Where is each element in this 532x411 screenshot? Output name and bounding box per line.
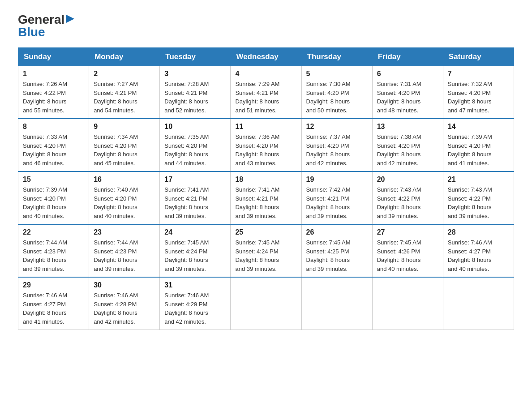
- calendar-table: SundayMondayTuesdayWednesdayThursdayFrid…: [18, 47, 514, 330]
- day-info: Sunrise: 7:46 AMSunset: 4:28 PMDaylight:…: [94, 291, 155, 326]
- day-cell: 22Sunrise: 7:44 AMSunset: 4:23 PMDayligh…: [18, 224, 89, 277]
- page-header: General Blue: [18, 13, 514, 39]
- day-info: Sunrise: 7:35 AMSunset: 4:20 PMDaylight:…: [164, 133, 226, 167]
- day-number: 8: [23, 123, 84, 131]
- day-cell: 19Sunrise: 7:42 AMSunset: 4:21 PMDayligh…: [301, 171, 372, 224]
- day-cell: 26Sunrise: 7:45 AMSunset: 4:25 PMDayligh…: [301, 224, 372, 277]
- day-info: Sunrise: 7:28 AMSunset: 4:21 PMDaylight:…: [164, 80, 226, 115]
- day-cell: 29Sunrise: 7:46 AMSunset: 4:27 PMDayligh…: [18, 277, 89, 330]
- header-cell-saturday: Saturday: [443, 48, 514, 66]
- day-cell: [231, 277, 301, 330]
- day-number: 6: [377, 70, 438, 78]
- day-number: 19: [306, 176, 368, 184]
- day-number: 30: [94, 281, 155, 289]
- day-number: 16: [94, 176, 155, 184]
- day-number: 11: [235, 123, 296, 131]
- day-info: Sunrise: 7:46 AMSunset: 4:27 PMDaylight:…: [23, 291, 84, 326]
- day-number: 12: [306, 123, 368, 131]
- logo-general-text: General: [18, 13, 64, 26]
- week-row-3: 15Sunrise: 7:39 AMSunset: 4:20 PMDayligh…: [18, 171, 514, 224]
- day-cell: 21Sunrise: 7:43 AMSunset: 4:22 PMDayligh…: [443, 171, 514, 224]
- day-info: Sunrise: 7:26 AMSunset: 4:22 PMDaylight:…: [23, 80, 84, 115]
- day-number: 31: [164, 281, 226, 289]
- day-number: 17: [164, 176, 226, 184]
- day-info: Sunrise: 7:44 AMSunset: 4:23 PMDaylight:…: [94, 238, 155, 273]
- day-info: Sunrise: 7:43 AMSunset: 4:22 PMDaylight:…: [448, 185, 509, 220]
- week-row-2: 8Sunrise: 7:33 AMSunset: 4:20 PMDaylight…: [18, 119, 514, 171]
- day-cell: 28Sunrise: 7:46 AMSunset: 4:27 PMDayligh…: [443, 224, 514, 277]
- day-info: Sunrise: 7:38 AMSunset: 4:20 PMDaylight:…: [377, 133, 438, 167]
- day-info: Sunrise: 7:45 AMSunset: 4:24 PMDaylight:…: [235, 238, 296, 273]
- day-number: 21: [448, 176, 509, 184]
- day-cell: 12Sunrise: 7:37 AMSunset: 4:20 PMDayligh…: [301, 119, 372, 171]
- day-info: Sunrise: 7:34 AMSunset: 4:20 PMDaylight:…: [94, 133, 155, 167]
- day-number: 7: [448, 70, 509, 78]
- logo: General Blue: [18, 13, 75, 39]
- day-info: Sunrise: 7:46 AMSunset: 4:29 PMDaylight:…: [164, 291, 226, 326]
- day-info: Sunrise: 7:41 AMSunset: 4:21 PMDaylight:…: [235, 185, 296, 220]
- day-info: Sunrise: 7:43 AMSunset: 4:22 PMDaylight:…: [377, 185, 438, 220]
- day-number: 10: [164, 123, 226, 131]
- day-cell: [443, 277, 514, 330]
- day-info: Sunrise: 7:33 AMSunset: 4:20 PMDaylight:…: [23, 133, 84, 167]
- day-number: 4: [235, 70, 296, 78]
- day-number: 26: [306, 228, 368, 236]
- day-number: 18: [235, 176, 296, 184]
- day-info: Sunrise: 7:29 AMSunset: 4:21 PMDaylight:…: [235, 80, 296, 115]
- day-cell: 16Sunrise: 7:40 AMSunset: 4:20 PMDayligh…: [89, 171, 160, 224]
- day-cell: 18Sunrise: 7:41 AMSunset: 4:21 PMDayligh…: [231, 171, 301, 224]
- day-info: Sunrise: 7:42 AMSunset: 4:21 PMDaylight:…: [306, 185, 368, 220]
- day-cell: 4Sunrise: 7:29 AMSunset: 4:21 PMDaylight…: [231, 66, 301, 119]
- day-cell: 5Sunrise: 7:30 AMSunset: 4:20 PMDaylight…: [301, 66, 372, 119]
- day-number: 23: [94, 228, 155, 236]
- day-info: Sunrise: 7:40 AMSunset: 4:20 PMDaylight:…: [94, 185, 155, 220]
- day-number: 29: [23, 281, 84, 289]
- day-info: Sunrise: 7:45 AMSunset: 4:26 PMDaylight:…: [377, 238, 438, 273]
- svg-marker-0: [66, 15, 74, 23]
- day-number: 3: [164, 70, 226, 78]
- day-number: 27: [377, 228, 438, 236]
- day-number: 25: [235, 228, 296, 236]
- logo-triangle-icon: [65, 14, 75, 24]
- header-cell-friday: Friday: [372, 48, 443, 66]
- day-cell: 24Sunrise: 7:45 AMSunset: 4:24 PMDayligh…: [160, 224, 231, 277]
- day-number: 15: [23, 176, 84, 184]
- day-cell: 2Sunrise: 7:27 AMSunset: 4:21 PMDaylight…: [89, 66, 160, 119]
- day-cell: 8Sunrise: 7:33 AMSunset: 4:20 PMDaylight…: [18, 119, 89, 171]
- day-cell: 23Sunrise: 7:44 AMSunset: 4:23 PMDayligh…: [89, 224, 160, 277]
- day-cell: 3Sunrise: 7:28 AMSunset: 4:21 PMDaylight…: [160, 66, 231, 119]
- day-cell: 14Sunrise: 7:39 AMSunset: 4:20 PMDayligh…: [443, 119, 514, 171]
- day-number: 5: [306, 70, 368, 78]
- day-number: 2: [94, 70, 155, 78]
- day-info: Sunrise: 7:31 AMSunset: 4:20 PMDaylight:…: [377, 80, 438, 115]
- day-number: 24: [164, 228, 226, 236]
- day-number: 1: [23, 70, 84, 78]
- day-cell: 1Sunrise: 7:26 AMSunset: 4:22 PMDaylight…: [18, 66, 89, 119]
- week-row-5: 29Sunrise: 7:46 AMSunset: 4:27 PMDayligh…: [18, 277, 514, 330]
- header-cell-sunday: Sunday: [18, 48, 89, 66]
- day-info: Sunrise: 7:27 AMSunset: 4:21 PMDaylight:…: [94, 80, 155, 115]
- day-info: Sunrise: 7:39 AMSunset: 4:20 PMDaylight:…: [448, 133, 509, 167]
- day-info: Sunrise: 7:37 AMSunset: 4:20 PMDaylight:…: [306, 133, 368, 167]
- header-cell-tuesday: Tuesday: [160, 48, 231, 66]
- day-info: Sunrise: 7:30 AMSunset: 4:20 PMDaylight:…: [306, 80, 368, 115]
- day-cell: 6Sunrise: 7:31 AMSunset: 4:20 PMDaylight…: [372, 66, 443, 119]
- day-number: 20: [377, 176, 438, 184]
- day-cell: 31Sunrise: 7:46 AMSunset: 4:29 PMDayligh…: [160, 277, 231, 330]
- day-number: 9: [94, 123, 155, 131]
- day-info: Sunrise: 7:39 AMSunset: 4:20 PMDaylight:…: [23, 185, 84, 220]
- day-cell: 15Sunrise: 7:39 AMSunset: 4:20 PMDayligh…: [18, 171, 89, 224]
- day-info: Sunrise: 7:32 AMSunset: 4:20 PMDaylight:…: [448, 80, 509, 115]
- day-cell: 10Sunrise: 7:35 AMSunset: 4:20 PMDayligh…: [160, 119, 231, 171]
- header-cell-thursday: Thursday: [301, 48, 372, 66]
- week-row-4: 22Sunrise: 7:44 AMSunset: 4:23 PMDayligh…: [18, 224, 514, 277]
- day-cell: 13Sunrise: 7:38 AMSunset: 4:20 PMDayligh…: [372, 119, 443, 171]
- day-cell: 27Sunrise: 7:45 AMSunset: 4:26 PMDayligh…: [372, 224, 443, 277]
- day-info: Sunrise: 7:46 AMSunset: 4:27 PMDaylight:…: [448, 238, 509, 273]
- day-cell: 9Sunrise: 7:34 AMSunset: 4:20 PMDaylight…: [89, 119, 160, 171]
- day-cell: 30Sunrise: 7:46 AMSunset: 4:28 PMDayligh…: [89, 277, 160, 330]
- day-number: 14: [448, 123, 509, 131]
- day-number: 13: [377, 123, 438, 131]
- day-number: 28: [448, 228, 509, 236]
- day-cell: 20Sunrise: 7:43 AMSunset: 4:22 PMDayligh…: [372, 171, 443, 224]
